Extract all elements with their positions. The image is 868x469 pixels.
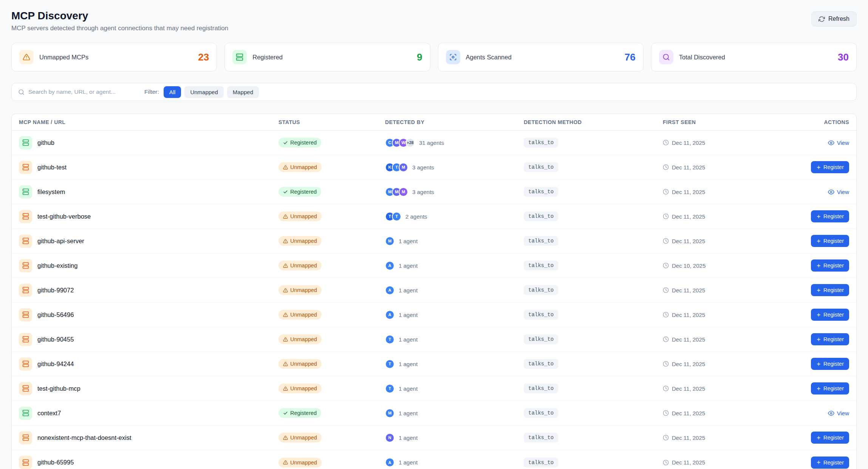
mcp-name-cell: filesystem — [19, 185, 279, 199]
detection-method-badge: talks_to — [524, 310, 558, 320]
agents-count: 1 agent — [399, 262, 418, 269]
agent-avatars: CMW+28 — [385, 138, 415, 148]
detection-method-badge: talks_to — [524, 334, 558, 344]
agents-count: 1 agent — [399, 312, 418, 318]
mcp-name-cell: test-github-verbose — [19, 210, 279, 223]
server-icon — [19, 431, 32, 444]
register-label: Register — [823, 164, 844, 170]
status-label: Unmapped — [290, 213, 317, 219]
table-row: test-github-verbose Unmapped TT 2 agents… — [12, 204, 856, 229]
search-wrap — [18, 89, 143, 95]
table-body: github Registered CMW+28 31 agents talks… — [12, 130, 856, 469]
detection-method-badge: talks_to — [524, 285, 558, 295]
status-label: Unmapped — [290, 435, 317, 441]
detection-method-badge: talks_to — [524, 187, 558, 197]
table-row: github-65995 Unmapped A 1 agent talks_to — [12, 450, 856, 469]
detected-by-cell: A 1 agent — [385, 458, 524, 467]
warning-triangle-icon — [283, 362, 288, 367]
plus-icon — [816, 435, 821, 440]
agent-avatars: T — [385, 359, 395, 369]
register-button[interactable]: Register — [811, 309, 849, 321]
agent-avatars: T — [385, 335, 395, 344]
filter-pill-unmapped[interactable]: Unmapped — [184, 86, 223, 98]
agent-avatar: A — [385, 310, 395, 320]
agents-count: 1 agent — [399, 287, 418, 294]
scan-icon — [446, 50, 460, 64]
warning-triangle-icon — [283, 288, 288, 293]
view-button[interactable]: View — [828, 410, 849, 416]
first-seen-date: Dec 11, 2025 — [672, 336, 705, 343]
register-label: Register — [823, 287, 844, 293]
detection-method-badge: talks_to — [524, 458, 558, 467]
first-seen-date: Dec 11, 2025 — [672, 189, 705, 195]
detection-method-cell: talks_to — [524, 138, 663, 148]
view-button[interactable]: View — [828, 189, 849, 195]
table-row: context7 Registered M 1 agent talks_to — [12, 401, 856, 426]
view-button[interactable]: View — [828, 140, 849, 146]
clock-icon — [663, 164, 669, 170]
mcp-name-cell: context7 — [19, 407, 279, 420]
register-button[interactable]: Register — [811, 210, 849, 222]
status-badge: Registered — [279, 138, 321, 148]
register-button[interactable]: Register — [811, 358, 849, 370]
first-seen-cell: Dec 10, 2025 — [663, 262, 796, 269]
warning-triangle-icon — [283, 263, 288, 268]
status-label: Unmapped — [290, 336, 317, 342]
register-button[interactable]: Register — [811, 432, 849, 444]
register-button[interactable]: Register — [811, 235, 849, 247]
filter-pill-all[interactable]: All — [164, 86, 181, 98]
status-badge: Unmapped — [279, 433, 322, 443]
table-row: github-test Unmapped KTM 3 agents talks_… — [12, 155, 856, 180]
clock-icon — [663, 336, 669, 342]
mcp-name-cell: nonexistent-mcp-that-doesnt-exist — [19, 431, 279, 444]
table-row: github-94244 Unmapped T 1 agent talks_to — [12, 352, 856, 376]
status-cell: Unmapped — [279, 334, 385, 344]
mcp-name-cell: github-94244 — [19, 357, 279, 371]
agent-avatars: M — [385, 236, 395, 246]
register-button[interactable]: Register — [811, 382, 849, 394]
page-subtitle: MCP servers detected through agent conne… — [11, 25, 228, 32]
status-cell: Unmapped — [279, 261, 385, 270]
register-button[interactable]: Register — [811, 457, 849, 469]
detection-method-cell: talks_to — [524, 384, 663, 393]
actions-cell: View Register — [796, 235, 849, 247]
detection-method-badge: talks_to — [524, 261, 558, 270]
warning-triangle-icon — [283, 386, 288, 391]
agents-count: 1 agent — [399, 336, 418, 343]
detection-method-cell: talks_to — [524, 310, 663, 320]
agent-avatars: T — [385, 384, 395, 393]
first-seen-date: Dec 11, 2025 — [672, 435, 705, 441]
agent-avatars: M — [385, 408, 395, 418]
page-title: MCP Discovery — [11, 10, 228, 22]
warning-triangle-icon — [283, 312, 288, 317]
agent-avatars: KTM — [385, 163, 408, 172]
server-icon — [19, 161, 32, 174]
refresh-button[interactable]: Refresh — [811, 11, 857, 26]
status-label: Registered — [290, 140, 317, 146]
agent-avatar: M — [385, 408, 395, 418]
search-input[interactable] — [28, 89, 143, 95]
detection-method-cell: talks_to — [524, 261, 663, 270]
check-icon — [283, 411, 288, 416]
first-seen-cell: Dec 11, 2025 — [663, 140, 796, 146]
status-cell: Unmapped — [279, 162, 385, 172]
register-button[interactable]: Register — [811, 259, 849, 272]
mcp-name: github — [37, 139, 54, 146]
first-seen-date: Dec 11, 2025 — [672, 140, 705, 146]
filter-pill-mapped[interactable]: Mapped — [227, 86, 259, 98]
register-button[interactable]: Register — [811, 333, 849, 345]
agent-avatars: A — [385, 310, 395, 320]
agents-count: 1 agent — [399, 435, 418, 441]
mcp-name: github-94244 — [37, 360, 74, 368]
agent-avatar: A — [385, 458, 395, 467]
server-icon — [19, 234, 32, 248]
register-button[interactable]: Register — [811, 161, 849, 173]
actions-cell: View Register — [796, 140, 849, 146]
warning-triangle-icon — [283, 337, 288, 342]
mcp-name-cell: github-99072 — [19, 284, 279, 297]
status-cell: Registered — [279, 408, 385, 418]
register-button[interactable]: Register — [811, 284, 849, 296]
detection-method-badge: talks_to — [524, 433, 558, 443]
status-cell: Unmapped — [279, 359, 385, 369]
mcp-name-cell: github-90455 — [19, 333, 279, 346]
